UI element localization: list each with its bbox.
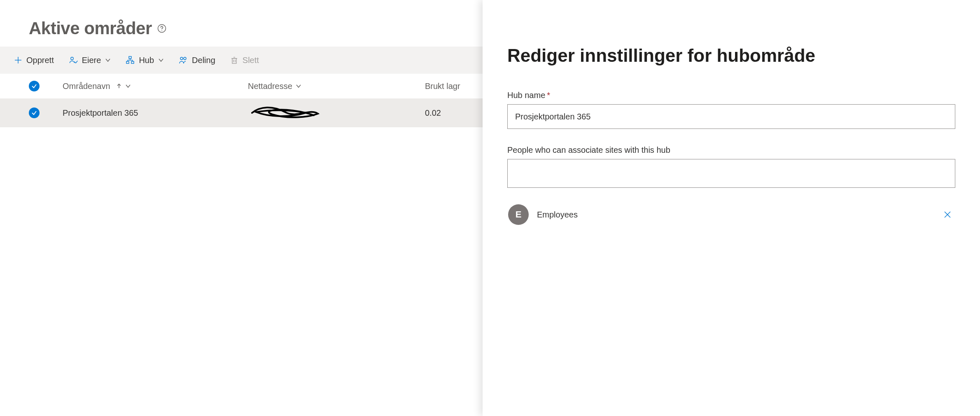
svg-rect-5 xyxy=(129,56,131,58)
row-storage: 0.02 xyxy=(425,108,441,118)
row-checkbox[interactable] xyxy=(29,108,40,118)
page-title: Aktive områder xyxy=(0,0,483,47)
person-name: Employees xyxy=(537,210,932,220)
delete-button: Slett xyxy=(229,53,261,68)
table-header: Områdenavn Nettadresse Brukt lagr xyxy=(0,74,483,98)
people-label-text: People who can associate sites with this… xyxy=(507,145,670,155)
column-header-name[interactable]: Områdenavn xyxy=(63,82,248,91)
hub-icon xyxy=(126,56,135,65)
avatar: E xyxy=(508,204,529,225)
side-panel: Rediger innstillinger for hubområde Hub … xyxy=(483,0,980,416)
remove-person-button[interactable] xyxy=(940,208,954,222)
create-button[interactable]: Opprett xyxy=(12,53,56,68)
chevron-down-icon xyxy=(296,83,301,89)
svg-rect-14 xyxy=(232,58,236,63)
required-asterisk: * xyxy=(547,91,550,100)
svg-rect-7 xyxy=(131,61,134,63)
row-name: Prosjektportalen 365 xyxy=(63,108,138,118)
sort-ascending-icon xyxy=(116,83,122,89)
svg-point-13 xyxy=(184,57,186,60)
command-bar: Opprett Eiere xyxy=(0,47,483,74)
svg-point-12 xyxy=(180,57,183,60)
chevron-down-icon xyxy=(125,83,131,89)
column-url-label: Nettadresse xyxy=(248,82,292,91)
create-label: Opprett xyxy=(26,56,54,65)
svg-point-1 xyxy=(161,30,162,31)
chevron-down-icon xyxy=(105,57,111,63)
person-chip: E Employees xyxy=(507,204,955,225)
hub-button[interactable]: Hub xyxy=(124,53,166,68)
hub-name-input[interactable] xyxy=(507,104,955,129)
hub-label: Hub xyxy=(139,56,154,65)
delete-label: Slett xyxy=(243,56,259,65)
owners-button[interactable]: Eiere xyxy=(67,53,113,68)
hub-name-label-text: Hub name xyxy=(507,91,545,100)
people-label: People who can associate sites with this… xyxy=(507,145,955,155)
sharing-button[interactable]: Deling xyxy=(177,53,217,68)
column-header-storage[interactable]: Brukt lagr xyxy=(425,82,483,91)
panel-title: Rediger innstillinger for hubområde xyxy=(507,45,955,66)
table-row[interactable]: Prosjektportalen 365 0.02 xyxy=(0,98,483,127)
people-picker-input[interactable] xyxy=(507,159,955,188)
owners-label: Eiere xyxy=(82,56,101,65)
main-content: Aktive områder Op xyxy=(0,0,483,416)
select-all-checkbox[interactable] xyxy=(29,81,40,91)
sharing-icon xyxy=(179,56,188,65)
page-title-text: Aktive områder xyxy=(29,19,152,38)
owners-icon xyxy=(69,56,78,65)
svg-rect-6 xyxy=(126,61,129,63)
column-storage-label: Brukt lagr xyxy=(425,82,460,91)
row-url-redacted xyxy=(248,105,322,121)
column-header-url[interactable]: Nettadresse xyxy=(248,82,425,91)
sharing-label: Deling xyxy=(192,56,215,65)
plus-icon xyxy=(14,56,22,64)
help-icon[interactable] xyxy=(157,23,167,33)
chevron-down-icon xyxy=(158,57,164,63)
column-name-label: Områdenavn xyxy=(63,82,110,91)
trash-icon xyxy=(230,56,238,64)
hub-name-label: Hub name * xyxy=(507,91,955,100)
avatar-initial: E xyxy=(516,209,522,220)
svg-point-4 xyxy=(71,57,73,60)
